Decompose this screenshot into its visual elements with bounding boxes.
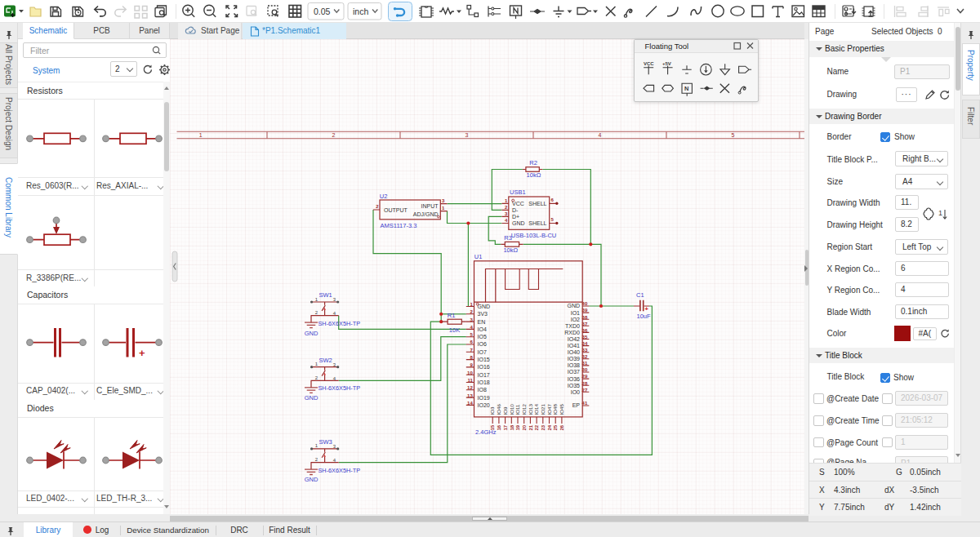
svg-text:38: 38 — [582, 315, 588, 320]
svg-text:IO2: IO2 — [571, 317, 580, 322]
svg-text:2: 2 — [315, 457, 318, 462]
svg-text:3: 3 — [333, 444, 336, 449]
svg-text:IO42: IO42 — [568, 336, 580, 342]
svg-text:20: 20 — [522, 424, 527, 430]
svg-text:ADJ/GND: ADJ/GND — [413, 211, 439, 217]
svg-text:IO11: IO11 — [514, 404, 520, 415]
svg-text:IO46: IO46 — [496, 404, 501, 415]
svg-text:IO18: IO18 — [478, 379, 490, 385]
svg-text:22: 22 — [534, 424, 539, 430]
svg-text:SH-6X6X5H-TP: SH-6X6X5H-TP — [318, 467, 361, 474]
svg-text:10K: 10K — [449, 326, 460, 334]
svg-text:14: 14 — [467, 401, 473, 406]
svg-text:11: 11 — [467, 378, 473, 383]
svg-text:5: 5 — [551, 217, 555, 222]
svg-text:21: 21 — [528, 424, 533, 430]
svg-text:GND: GND — [478, 304, 491, 309]
svg-text:10kΩ: 10kΩ — [503, 246, 518, 254]
svg-text:U1: U1 — [474, 253, 483, 260]
svg-text:USB1: USB1 — [510, 189, 526, 196]
svg-text:EN: EN — [478, 319, 486, 325]
svg-text:3: 3 — [442, 198, 445, 203]
svg-text:SHELL: SHELL — [528, 201, 546, 206]
svg-text:IO47: IO47 — [546, 404, 552, 415]
svg-text:inch: inch — [353, 7, 368, 16]
svg-text:41: 41 — [582, 401, 588, 406]
svg-text:5: 5 — [732, 132, 735, 138]
svg-text:SHELL: SHELL — [528, 220, 546, 226]
svg-text:C1: C1 — [636, 291, 644, 299]
svg-text:27: 27 — [582, 388, 588, 393]
svg-text:R2: R2 — [529, 159, 537, 166]
svg-text:R1: R1 — [448, 312, 456, 319]
svg-text:0.05: 0.05 — [314, 7, 331, 16]
svg-text:4: 4 — [333, 376, 336, 381]
svg-text:39: 39 — [582, 308, 588, 313]
svg-text:GND: GND — [305, 477, 318, 484]
svg-text:TXD0: TXD0 — [565, 323, 580, 329]
svg-text:1: 1 — [315, 297, 318, 302]
svg-text:IO38: IO38 — [568, 362, 580, 368]
svg-text:IO6: IO6 — [478, 341, 487, 347]
svg-text:IO10: IO10 — [509, 404, 514, 415]
svg-text:32: 32 — [582, 354, 588, 359]
svg-text:IO19: IO19 — [478, 395, 490, 401]
svg-text:RXD0: RXD0 — [564, 330, 580, 335]
svg-text:AMS1117-3.3: AMS1117-3.3 — [381, 222, 417, 229]
svg-text:IO12: IO12 — [521, 404, 527, 415]
svg-text:INPUT: INPUT — [421, 203, 439, 209]
svg-text:GND: GND — [305, 330, 318, 337]
svg-text:VCC: VCC — [512, 201, 524, 206]
svg-text:EP: EP — [572, 402, 581, 408]
svg-text:1: 1 — [315, 444, 318, 449]
svg-text:+: + — [645, 305, 649, 313]
svg-text:26: 26 — [559, 424, 564, 430]
svg-text:4: 4 — [333, 311, 336, 316]
svg-text:IO5: IO5 — [478, 334, 487, 340]
svg-text:USB-103L-B-CU: USB-103L-B-CU — [511, 232, 556, 239]
svg-text:1: 1 — [315, 362, 318, 366]
svg-text:19: 19 — [515, 424, 520, 430]
svg-text:IO3: IO3 — [489, 406, 495, 415]
svg-text:D+: D+ — [512, 214, 519, 220]
svg-text:4: 4 — [599, 132, 602, 138]
svg-text:U2: U2 — [380, 193, 388, 200]
svg-text:23: 23 — [541, 424, 546, 430]
svg-text:24: 24 — [547, 424, 552, 430]
svg-text:10kΩ: 10kΩ — [527, 171, 541, 179]
svg-text:1: 1 — [199, 132, 203, 138]
svg-text:IO15: IO15 — [478, 357, 490, 362]
svg-text:IO7: IO7 — [478, 349, 487, 355]
svg-text:2.4GHz: 2.4GHz — [475, 428, 497, 436]
svg-text:34: 34 — [582, 341, 588, 346]
svg-text:IO40: IO40 — [568, 349, 580, 355]
svg-text:3: 3 — [466, 132, 469, 138]
svg-text:10uF: 10uF — [637, 313, 652, 320]
svg-text:IO41: IO41 — [568, 343, 580, 348]
svg-text:N: N — [684, 85, 688, 92]
svg-text:IO48: IO48 — [552, 404, 558, 415]
svg-text:12: 12 — [467, 385, 473, 390]
svg-text:SW2: SW2 — [319, 357, 332, 364]
svg-text:IO45: IO45 — [559, 404, 564, 415]
svg-text:30: 30 — [582, 367, 588, 372]
svg-text:1: 1 — [442, 206, 445, 211]
svg-text:13: 13 — [467, 393, 473, 398]
svg-text:IO20: IO20 — [478, 402, 490, 408]
svg-text:4: 4 — [333, 458, 336, 463]
svg-text:IO8: IO8 — [478, 387, 487, 393]
svg-text:10: 10 — [467, 371, 473, 375]
svg-text:2: 2 — [315, 310, 318, 315]
svg-text:VCC: VCC — [644, 60, 654, 65]
svg-text:2: 2 — [376, 204, 379, 209]
svg-text:37: 37 — [582, 322, 588, 326]
svg-text:4: 4 — [505, 218, 508, 223]
svg-text:35: 35 — [582, 335, 588, 340]
svg-text:18: 18 — [510, 424, 514, 430]
svg-text:GND: GND — [305, 394, 318, 402]
svg-text:IO17: IO17 — [478, 372, 490, 378]
svg-text:1: 1 — [505, 198, 508, 203]
svg-text:1: 1 — [938, 209, 942, 217]
svg-text:IO39: IO39 — [568, 356, 580, 362]
svg-text:+: + — [139, 347, 145, 359]
